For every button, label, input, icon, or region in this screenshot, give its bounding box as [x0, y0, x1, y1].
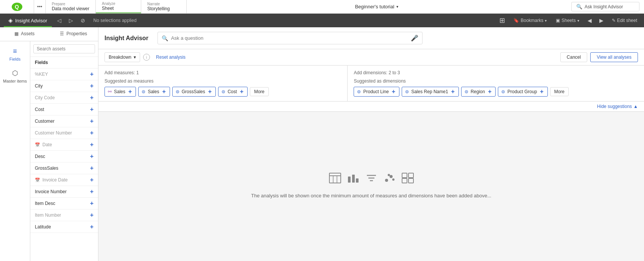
svg-rect-16 — [402, 178, 407, 183]
add-measure-sales-db-button[interactable]: + — [161, 89, 166, 95]
tab-properties[interactable]: ☰ Properties — [49, 27, 98, 41]
add-measure-sales-link-button[interactable]: + — [128, 89, 133, 95]
ia-title: Insight Advisor — [104, 35, 148, 42]
selection-clear-icon[interactable]: ⊘ — [78, 16, 87, 25]
svg-rect-14 — [402, 173, 407, 178]
add-field-button[interactable]: + — [90, 130, 94, 136]
ia-search-input[interactable] — [171, 35, 411, 41]
add-field-button[interactable]: + — [90, 200, 94, 206]
add-field-button[interactable]: + — [90, 106, 94, 113]
field-item: Item Desc+ — [30, 198, 98, 209]
view-all-analyses-button[interactable]: View all analyses — [590, 52, 638, 62]
microphone-icon[interactable]: 🎤 — [411, 34, 418, 42]
field-item: Cost+ — [30, 104, 98, 116]
nav-more-button[interactable]: ••• — [34, 0, 46, 13]
fields-sidebar: ≡ Fields ⬡ Master items — [0, 41, 30, 261]
database-icon-region: ⊜ — [465, 89, 468, 94]
dimensions-chips-row: ⊜ Product Line + ⊜ Sales Rep Name1 + ⊜ R… — [354, 87, 638, 97]
breakdown-button[interactable]: Breakdown ▾ — [104, 52, 140, 62]
add-field-button[interactable]: + — [90, 118, 94, 124]
add-measure-cost-button[interactable]: + — [239, 89, 244, 95]
search-icon: 🔍 — [576, 4, 582, 9]
measures-more-button[interactable]: More — [250, 87, 268, 96]
add-field-button[interactable]: + — [90, 165, 94, 171]
add-field-button[interactable]: + — [90, 153, 94, 159]
insight-advisor-icon: ◈ — [8, 17, 13, 24]
add-field-button[interactable]: + — [90, 212, 94, 218]
add-field-button[interactable]: + — [90, 71, 94, 77]
edit-sheet-button[interactable]: ✎ Edit sheet — [609, 16, 640, 25]
database-icon-pg: ⊜ — [501, 89, 505, 94]
bar-chart-icon — [347, 173, 359, 186]
ask-insight-advisor-button[interactable]: 🔍 Ask Insight Advisor — [571, 2, 639, 11]
suggested-dimensions-label: Suggested as dimensions — [354, 78, 638, 84]
dimensions-more-button[interactable]: More — [550, 87, 569, 96]
tab-assets[interactable]: ▦ Assets — [0, 27, 49, 41]
nav-center: Beginner's tutorial ▾ — [187, 0, 567, 13]
nav-next-icon[interactable]: ▶ — [597, 16, 606, 25]
search-assets-input[interactable] — [33, 44, 95, 53]
measure-chip-sales-db[interactable]: ⊜ Sales + — [138, 87, 170, 97]
narrate-section[interactable]: Narrate Storytelling — [141, 0, 187, 13]
add-field-button[interactable]: + — [90, 95, 94, 101]
analyze-section[interactable]: Analyze Sheet — [96, 0, 141, 13]
hide-suggestions-button[interactable]: Hide suggestions ▲ — [597, 104, 638, 109]
field-item: GrossSales+ — [30, 163, 98, 174]
left-panel: ▦ Assets ☰ Properties ≡ Fields ⬡ Master … — [0, 27, 98, 261]
measures-section: Add measures: 1 Suggested as measures ⚯ … — [98, 66, 348, 101]
sidebar-item-fields[interactable]: ≡ Fields — [0, 44, 30, 64]
add-dimension-sales-rep-button[interactable]: + — [451, 89, 455, 95]
add-dimension-product-line-button[interactable]: + — [391, 89, 396, 95]
add-field-button[interactable]: + — [90, 83, 94, 89]
dimension-chip-product-group[interactable]: ⊜ Product Group + — [498, 87, 547, 97]
ia-header: Insight Advisor 🔍 🎤 — [98, 27, 644, 49]
nav-prev-icon[interactable]: ◀ — [585, 16, 594, 25]
cancel-button[interactable]: Cancel — [560, 52, 587, 62]
prepare-section[interactable]: Prepare Data model viewer — [46, 0, 96, 13]
ia-search-bar: 🔍 🎤 — [157, 32, 423, 44]
measures-title: Add measures: 1 — [104, 70, 341, 75]
insight-advisor-toolbar-button[interactable]: ◈ Insight Advisor — [4, 14, 52, 27]
nav-right: 🔍 Ask Insight Advisor — [567, 0, 644, 13]
filter-icon — [365, 173, 377, 186]
selection-forward-icon[interactable]: ▷ — [67, 16, 75, 25]
svg-point-13 — [388, 174, 390, 176]
grid-view-icon[interactable]: ⊞ — [497, 15, 507, 26]
database-icon-cost: ⊜ — [221, 89, 225, 94]
add-field-button[interactable]: + — [90, 189, 94, 195]
toolbar-row: ◈ Insight Advisor ◁ ▷ ⊘ No selections ap… — [0, 14, 644, 27]
dimension-chip-sales-rep[interactable]: ⊜ Sales Rep Name1 + — [402, 87, 459, 97]
dimensions-section: Add dimensions: 2 to 3 Suggested as dime… — [348, 66, 644, 101]
info-icon[interactable]: i — [143, 54, 150, 61]
field-item: Latitude+ — [30, 221, 98, 233]
measure-chip-cost[interactable]: ⊜ Cost + — [218, 87, 248, 97]
field-item: %KEY+ — [30, 69, 98, 80]
measure-chip-grosssales[interactable]: ⊜ GrossSales + — [172, 87, 216, 97]
svg-point-12 — [392, 178, 395, 181]
right-content: Insight Advisor 🔍 🎤 Breakdown ▾ i Reset … — [98, 27, 644, 261]
top-nav: Q ••• Prepare Data model viewer Analyze … — [0, 0, 644, 14]
breakdown-chevron-icon: ▾ — [134, 55, 136, 60]
sheets-button[interactable]: ▣ Sheets ▾ — [553, 16, 582, 25]
sidebar-item-master-items[interactable]: ⬡ Master items — [0, 66, 30, 86]
dimension-chip-region[interactable]: ⊜ Region + — [461, 87, 496, 97]
qlik-icon: Q — [12, 3, 22, 11]
bookmarks-button[interactable]: 🔖 Bookmarks ▾ — [510, 16, 550, 25]
add-dimension-region-button[interactable]: + — [487, 89, 492, 95]
app-title[interactable]: Beginner's tutorial ▾ — [355, 4, 399, 9]
add-field-button[interactable]: + — [90, 224, 94, 230]
dimension-chip-product-line[interactable]: ⊜ Product Line + — [354, 87, 399, 97]
field-item: City Code+ — [30, 92, 98, 104]
add-measure-grosssales-button[interactable]: + — [207, 89, 212, 95]
measure-chip-sales-link[interactable]: ⚯ Sales + — [104, 87, 136, 97]
add-field-button[interactable]: + — [90, 177, 94, 183]
add-dimension-product-group-button[interactable]: + — [539, 89, 544, 95]
no-selections-label: No selections applied — [94, 18, 137, 23]
left-tabs: ▦ Assets ☰ Properties — [0, 27, 98, 41]
add-field-button[interactable]: + — [90, 142, 94, 148]
fields-list: %KEY+City+City Code+Cost+Customer+Custom… — [30, 69, 98, 261]
main-layout: ▦ Assets ☰ Properties ≡ Fields ⬡ Master … — [0, 27, 644, 261]
properties-icon: ☰ — [60, 31, 64, 36]
reset-analysis-button[interactable]: Reset analysis — [153, 53, 189, 61]
selection-back-icon[interactable]: ◁ — [55, 16, 64, 25]
